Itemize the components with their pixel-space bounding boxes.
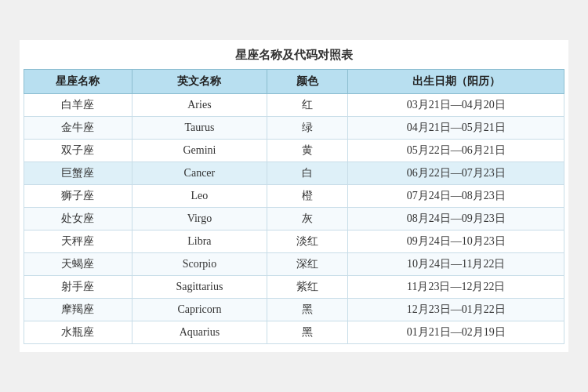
cell-en: Libra — [132, 230, 267, 253]
cell-name: 巨蟹座 — [24, 162, 132, 185]
header-en: 英文名称 — [132, 70, 267, 94]
cell-name: 金牛座 — [24, 117, 132, 140]
cell-color: 橙 — [267, 185, 348, 208]
table-row: 处女座Virgo灰08月24日—09月23日 — [24, 208, 564, 230]
cell-en: Cancer — [132, 162, 267, 185]
table-row: 射手座Sagittarius紫红11月23日—12月22日 — [24, 276, 564, 299]
zodiac-table: 星座名称 英文名称 颜色 出生日期（阳历） 白羊座Aries红03月21日—04… — [24, 69, 564, 344]
cell-color: 黑 — [267, 299, 348, 321]
cell-color: 淡红 — [267, 230, 348, 253]
cell-en: Aries — [132, 94, 267, 117]
cell-en: Virgo — [132, 208, 267, 230]
table-row: 天蝎座Scorpio深红10月24日—11月22日 — [24, 253, 564, 276]
cell-date: 09月24日—10月23日 — [348, 230, 564, 253]
cell-color: 黄 — [267, 140, 348, 162]
cell-date: 07月24日—08月23日 — [348, 185, 564, 208]
cell-name: 水瓶座 — [24, 321, 132, 344]
cell-date: 04月21日—05月21日 — [348, 117, 564, 140]
cell-name: 白羊座 — [24, 94, 132, 117]
cell-name: 处女座 — [24, 208, 132, 230]
cell-date: 08月24日—09月23日 — [348, 208, 564, 230]
table-header-row: 星座名称 英文名称 颜色 出生日期（阳历） — [24, 70, 564, 94]
cell-color: 黑 — [267, 321, 348, 344]
cell-en: Capricorn — [132, 299, 267, 321]
table-row: 金牛座Taurus绿04月21日—05月21日 — [24, 117, 564, 140]
cell-color: 白 — [267, 162, 348, 185]
cell-en: Sagittarius — [132, 276, 267, 299]
cell-color: 红 — [267, 94, 348, 117]
cell-date: 03月21日—04月20日 — [348, 94, 564, 117]
cell-date: 12月23日—01月22日 — [348, 299, 564, 321]
cell-color: 灰 — [267, 208, 348, 230]
cell-name: 摩羯座 — [24, 299, 132, 321]
header-color: 颜色 — [267, 70, 348, 94]
cell-en: Scorpio — [132, 253, 267, 276]
cell-name: 双子座 — [24, 140, 132, 162]
table-row: 摩羯座Capricorn黑12月23日—01月22日 — [24, 299, 564, 321]
page-title: 星座名称及代码对照表 — [24, 48, 564, 63]
main-container: 星座名称及代码对照表 星座名称 英文名称 颜色 出生日期（阳历） 白羊座Arie… — [20, 40, 568, 352]
header-date: 出生日期（阳历） — [348, 70, 564, 94]
table-row: 狮子座Leo橙07月24日—08月23日 — [24, 185, 564, 208]
cell-name: 射手座 — [24, 276, 132, 299]
cell-date: 06月22日—07月23日 — [348, 162, 564, 185]
table-row: 白羊座Aries红03月21日—04月20日 — [24, 94, 564, 117]
cell-color: 紫红 — [267, 276, 348, 299]
cell-date: 01月21日—02月19日 — [348, 321, 564, 344]
cell-color: 绿 — [267, 117, 348, 140]
table-row: 双子座Gemini黄05月22日—06月21日 — [24, 140, 564, 162]
cell-name: 天蝎座 — [24, 253, 132, 276]
cell-en: Gemini — [132, 140, 267, 162]
cell-name: 天秤座 — [24, 230, 132, 253]
cell-en: Aquarius — [132, 321, 267, 344]
cell-date: 05月22日—06月21日 — [348, 140, 564, 162]
table-row: 水瓶座Aquarius黑01月21日—02月19日 — [24, 321, 564, 344]
table-row: 天秤座Libra淡红09月24日—10月23日 — [24, 230, 564, 253]
cell-name: 狮子座 — [24, 185, 132, 208]
cell-date: 10月24日—11月22日 — [348, 253, 564, 276]
cell-en: Taurus — [132, 117, 267, 140]
cell-en: Leo — [132, 185, 267, 208]
table-row: 巨蟹座Cancer白06月22日—07月23日 — [24, 162, 564, 185]
cell-date: 11月23日—12月22日 — [348, 276, 564, 299]
cell-color: 深红 — [267, 253, 348, 276]
header-name: 星座名称 — [24, 70, 132, 94]
